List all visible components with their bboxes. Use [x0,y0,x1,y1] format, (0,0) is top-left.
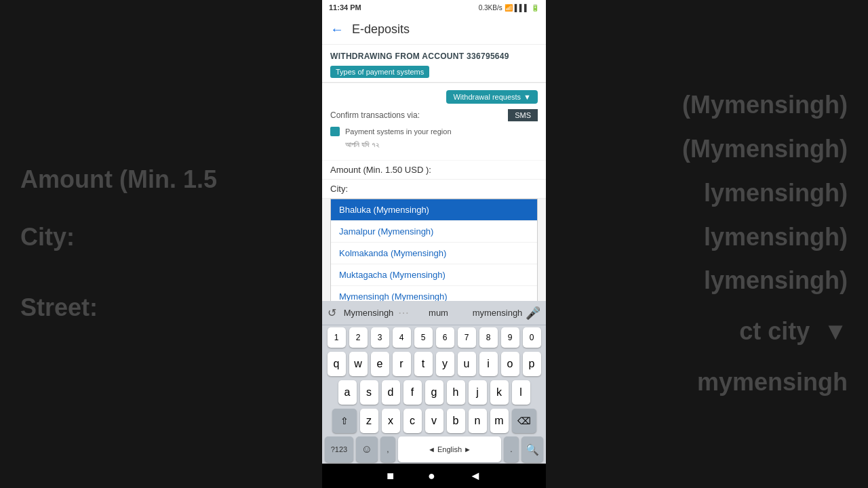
key-m[interactable]: m [490,409,509,433]
status-icons: 0.3KB/s 📶 ▌▌▌ 🔋 [479,4,539,12]
signal-bars: ▌▌▌ [515,4,529,12]
key-7[interactable]: 7 [458,327,476,348]
bg-right-text: (Mymensingh) (Mymensingh) lymensingh) ly… [563,83,848,405]
dropdown-item-mymensingh[interactable]: Mymensingh (Mymensingh) [331,286,537,301]
form-section: Withdrawal requests ▼ Confirm transactio… [322,83,546,160]
keyboard-refresh-icon[interactable]: ↺ [328,306,336,319]
app-header: ← E-deposits [322,15,546,45]
backspace-key[interactable]: ⌫ [512,409,536,433]
key-v[interactable]: v [425,409,443,433]
city-row: City: [322,180,546,199]
nav-home-icon[interactable]: ● [428,469,435,483]
key-g[interactable]: g [425,380,443,405]
numbers-key[interactable]: ?123 [325,436,353,462]
key-4[interactable]: 4 [393,327,411,348]
key-e[interactable]: e [371,352,389,376]
shift-key[interactable]: ⇧ [332,409,357,433]
back-button[interactable]: ← [330,22,344,37]
battery-icon: 🔋 [531,4,539,12]
key-d[interactable]: d [382,380,400,405]
key-y[interactable]: y [436,352,454,376]
bengali-text: আপনি যদি ৭২ [330,140,538,149]
background-left: Amount (Min. 1.5 City: Street: [0,0,326,488]
key-a[interactable]: a [338,380,357,405]
search-key[interactable]: 🔍 [521,436,543,462]
key-5[interactable]: 5 [414,327,433,348]
data-speed: 0.3KB/s [479,4,502,12]
key-0[interactable]: 0 [523,327,541,348]
row-zxcv: ⇧ z x c v b n m ⌫ [322,407,546,435]
payment-checkbox[interactable] [330,127,340,136]
suggestion-1[interactable]: Mymensingh [340,306,397,319]
key-p[interactable]: p [523,352,541,376]
dropdown-item-jamalpur[interactable]: Jamalpur (Mymensingh) [331,221,537,243]
status-time: 11:34 PM [329,3,361,12]
chevron-down-icon: ▼ [524,93,531,101]
confirm-label: Confirm transactions via: [330,110,420,120]
key-c[interactable]: c [403,409,422,433]
key-3[interactable]: 3 [371,327,389,348]
payment-label: Payment systems in your region [345,127,452,136]
suggestion-3[interactable]: mymensingh [469,306,526,319]
key-k[interactable]: k [490,380,509,405]
key-n[interactable]: n [469,409,487,433]
emoji-key[interactable]: ☺ [356,436,378,462]
key-z[interactable]: z [360,409,378,433]
sms-btn[interactable]: SMS [508,109,538,121]
payment-tag[interactable]: Types of payment systems [330,66,429,78]
search-container: Bhaluka (Mymensingh) Jamalpur (Mymensing… [330,199,538,218]
key-6[interactable]: 6 [436,327,454,348]
key-x[interactable]: x [382,409,400,433]
dropdown-item-muktagacha[interactable]: Muktagacha (Mymensingh) [331,264,537,286]
dropdown-item-bhaluka[interactable]: Bhaluka (Mymensingh) [331,199,537,221]
key-8[interactable]: 8 [479,327,498,348]
dropdown-item-kolmakanda[interactable]: Kolmakanda (Mymensingh) [331,243,537,264]
key-w[interactable]: w [349,352,368,376]
bg-left-text: Amount (Min. 1.5 City: Street: [20,158,305,330]
space-key-lang[interactable]: ◄ English ► [398,436,501,462]
account-section: WITHDRAWING FROM ACCOUNT 336795649 Types… [322,45,546,83]
keyboard-bottom-row: ?123 ☺ , ◄ English ► . 🔍 [322,435,546,464]
nav-back-icon[interactable]: ◄ [469,469,481,483]
number-row: 1 2 3 4 5 6 7 8 9 0 [322,325,546,350]
row-asdf: a s d f g h j k l [322,378,546,407]
status-bar: 11:34 PM 0.3KB/s 📶 ▌▌▌ 🔋 [322,0,546,15]
key-j[interactable]: j [469,380,487,405]
city-label: City: [330,184,348,194]
key-u[interactable]: u [458,352,476,376]
key-9[interactable]: 9 [501,327,519,348]
key-o[interactable]: o [501,352,519,376]
background-right: (Mymensingh) (Mymensingh) lymensingh) ly… [542,0,868,488]
key-s[interactable]: s [360,380,378,405]
nav-recents-icon[interactable]: ■ [387,469,394,483]
header-title: E-deposits [352,22,410,37]
account-title: WITHDRAWING FROM ACCOUNT 336795649 [330,52,538,61]
key-q[interactable]: q [328,352,346,376]
row-qwerty: q w e r t y u i o p [322,350,546,378]
main-content: WITHDRAWING FROM ACCOUNT 336795649 Types… [322,45,546,301]
key-l[interactable]: l [512,380,530,405]
withdrawal-row: Withdrawal requests ▼ [330,90,538,104]
key-f[interactable]: f [403,380,422,405]
period-key[interactable]: . [504,436,519,462]
key-b[interactable]: b [447,409,465,433]
wifi-icon: 📶 [505,4,513,12]
suggestion-2[interactable]: mum [410,306,467,319]
amount-label: Amount (Min. 1.50 USD ): [330,165,431,175]
withdrawal-btn[interactable]: Withdrawal requests ▼ [446,90,538,104]
payment-checkbox-row: Payment systems in your region [330,127,538,136]
key-2[interactable]: 2 [349,327,368,348]
keyboard: ↺ Mymensingh ⋯ mum mymensingh 🎤 1 2 3 4 … [322,301,546,464]
suggestions-bar: ↺ Mymensingh ⋯ mum mymensingh 🎤 [322,301,546,325]
phone-frame: 11:34 PM 0.3KB/s 📶 ▌▌▌ 🔋 ← E-deposits WI… [322,0,546,488]
city-dropdown-list: Bhaluka (Mymensingh) Jamalpur (Mymensing… [330,199,538,301]
key-h[interactable]: h [447,380,465,405]
amount-row: Amount (Min. 1.50 USD ): [322,161,546,180]
comma-key[interactable]: , [380,436,395,462]
key-t[interactable]: t [414,352,433,376]
mic-icon[interactable]: 🎤 [526,306,540,321]
confirm-row: Confirm transactions via: SMS [330,109,538,121]
key-r[interactable]: r [393,352,411,376]
key-i[interactable]: i [479,352,498,376]
key-1[interactable]: 1 [328,327,346,348]
